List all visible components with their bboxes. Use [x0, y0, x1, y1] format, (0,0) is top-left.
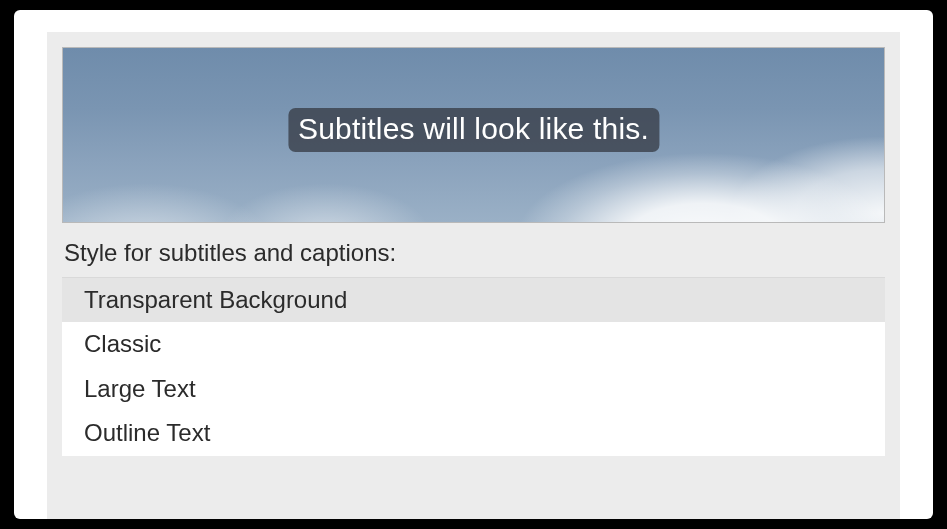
style-section-label: Style for subtitles and captions: — [64, 239, 883, 267]
style-option-outline-text[interactable]: Outline Text — [62, 411, 885, 455]
captions-panel: Subtitles will look like this. Style for… — [47, 32, 900, 519]
style-list: Transparent Background Classic Large Tex… — [62, 277, 885, 456]
style-option-transparent-background[interactable]: Transparent Background — [62, 278, 885, 322]
settings-card: Subtitles will look like this. Style for… — [14, 10, 933, 519]
style-option-classic[interactable]: Classic — [62, 322, 885, 366]
subtitle-sample-text: Subtitles will look like this. — [288, 108, 659, 152]
style-option-large-text[interactable]: Large Text — [62, 367, 885, 411]
subtitle-preview: Subtitles will look like this. — [62, 47, 885, 223]
